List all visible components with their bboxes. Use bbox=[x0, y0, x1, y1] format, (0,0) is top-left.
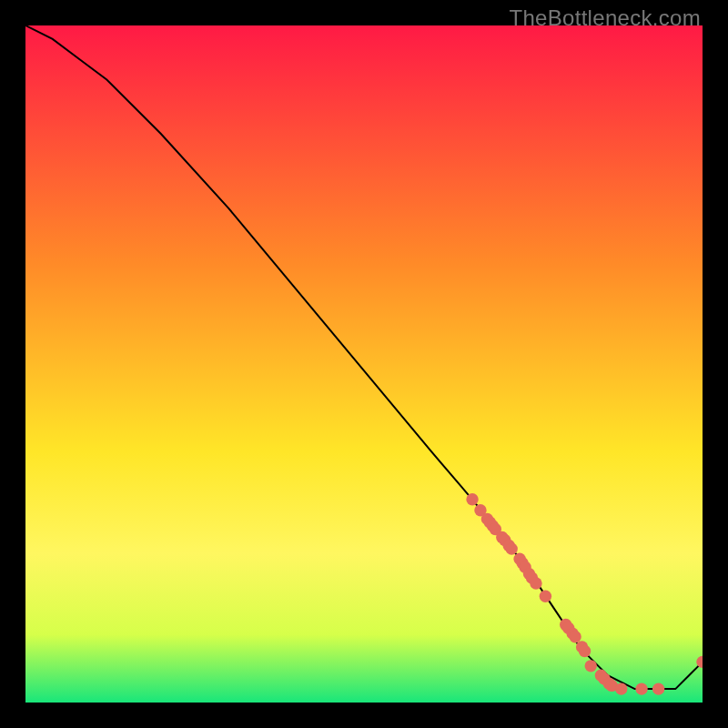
marker-dot bbox=[466, 493, 478, 505]
marker-dot bbox=[540, 590, 551, 602]
marker-dots bbox=[466, 493, 703, 695]
chart-frame: TheBottleneck.com bbox=[0, 0, 728, 728]
chart-curve-layer bbox=[25, 25, 703, 703]
marker-dot bbox=[579, 645, 591, 657]
marker-dot bbox=[615, 682, 627, 694]
marker-dot bbox=[505, 542, 517, 554]
marker-dot bbox=[652, 682, 664, 694]
marker-dot bbox=[635, 682, 647, 694]
bottleneck-curve bbox=[25, 25, 703, 689]
marker-dot bbox=[530, 577, 541, 589]
plot-area bbox=[25, 25, 703, 703]
marker-dot bbox=[569, 631, 581, 642]
marker-dot bbox=[585, 660, 597, 672]
